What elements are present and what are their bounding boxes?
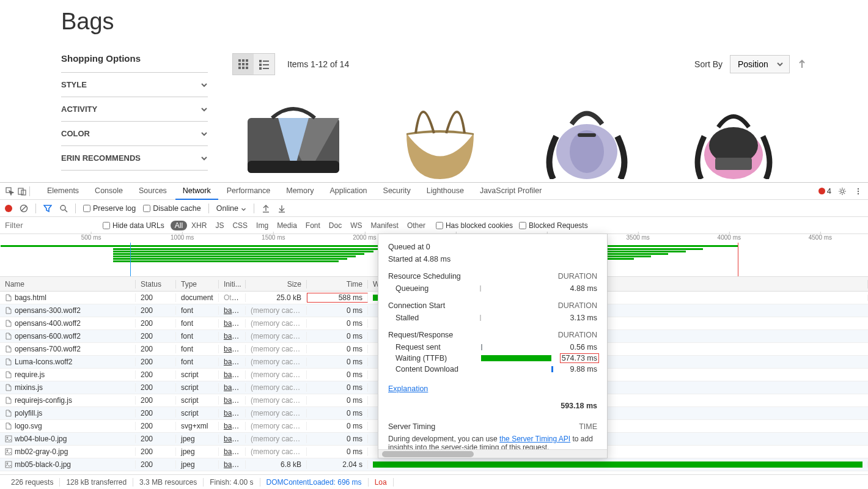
tab-sources[interactable]: Sources (131, 183, 174, 200)
product-item[interactable] (526, 94, 648, 179)
popup-scrollbar[interactable] (378, 449, 607, 458)
svg-rect-2 (246, 59, 248, 62)
tab-memory[interactable]: Memory (279, 183, 321, 200)
svg-line-32 (21, 206, 26, 211)
filter-input[interactable] (5, 221, 97, 230)
file-icon (5, 294, 12, 301)
filter-type-img[interactable]: Img (252, 220, 273, 231)
filter-erin-recommends[interactable]: ERIN RECOMMENDS (61, 145, 208, 171)
queued-at: Queued at 0 (388, 243, 597, 251)
disable-cache-checkbox[interactable]: Disable cache (143, 204, 201, 213)
file-icon (5, 345, 12, 353)
grid-view-button[interactable] (233, 54, 254, 75)
sort-direction-button[interactable] (797, 59, 807, 69)
more-icon[interactable] (853, 186, 863, 196)
hide-data-urls-checkbox[interactable]: Hide data URLs (103, 221, 164, 230)
svg-rect-14 (263, 68, 269, 69)
filter-type-doc[interactable]: Doc (325, 220, 346, 231)
product-grid (232, 94, 807, 179)
product-item[interactable] (672, 94, 795, 179)
chevron-down-icon (200, 81, 208, 89)
svg-point-30 (858, 193, 859, 194)
search-icon[interactable] (59, 204, 68, 213)
explanation-link[interactable]: Explanation (388, 384, 428, 393)
filter-style[interactable]: STYLE (61, 72, 208, 97)
tab-network[interactable]: Network (175, 183, 218, 200)
error-count[interactable]: 4 (818, 186, 831, 196)
filter-icon[interactable] (43, 204, 52, 213)
svg-point-44 (7, 463, 8, 464)
upload-har-icon[interactable] (262, 204, 270, 213)
tab-console[interactable]: Console (87, 183, 130, 200)
error-icon (818, 188, 825, 194)
image-icon (5, 461, 12, 468)
file-icon (5, 371, 12, 378)
tab-elements[interactable]: Elements (40, 183, 86, 200)
filter-type-media[interactable]: Media (273, 220, 301, 231)
has-blocked-cookies-checkbox[interactable]: Has blocked cookies (436, 221, 513, 230)
svg-rect-23 (715, 158, 752, 170)
filter-color[interactable]: COLOR (61, 121, 208, 145)
sort-select[interactable]: Position (730, 55, 790, 73)
filter-type-xhr[interactable]: XHR (187, 220, 211, 231)
filter-type-other[interactable]: Other (403, 220, 430, 231)
transferred-size: 128 kB transferred (60, 478, 133, 487)
product-item[interactable] (232, 94, 355, 179)
svg-line-34 (65, 210, 67, 212)
settings-icon[interactable] (837, 186, 847, 196)
blocked-requests-checkbox[interactable]: Blocked Requests (519, 221, 588, 230)
network-row[interactable]: mb05-black-0.jpg200jpegbags...6.8 kB2.04… (0, 458, 868, 471)
svg-rect-10 (263, 61, 269, 62)
throttling-select[interactable]: Online (216, 204, 246, 213)
view-mode-switcher (232, 53, 275, 75)
clear-button[interactable] (20, 204, 28, 213)
filter-type-manifest[interactable]: Manifest (367, 220, 403, 231)
preserve-log-checkbox[interactable]: Preserve log (83, 204, 136, 213)
server-timing-api-link[interactable]: the Server Timing API (499, 435, 570, 443)
svg-point-29 (858, 190, 859, 191)
filter-type-css[interactable]: CSS (228, 220, 252, 231)
load-time: Loa (369, 478, 394, 487)
svg-rect-13 (259, 67, 262, 70)
image-icon (5, 435, 12, 443)
filter-type-all[interactable]: All (171, 221, 187, 230)
record-button[interactable] (5, 205, 12, 212)
svg-rect-20 (578, 133, 596, 137)
device-toggle-icon[interactable] (17, 186, 27, 196)
timeline-tick: 3500 ms (627, 234, 650, 241)
request-count: 226 requests (5, 478, 60, 487)
file-icon (5, 358, 12, 366)
svg-rect-7 (242, 67, 245, 69)
filter-type-ws[interactable]: WS (346, 220, 366, 231)
file-icon (5, 320, 12, 327)
file-icon (5, 410, 12, 417)
file-icon (5, 307, 12, 314)
timeline-tick: 4500 ms (809, 234, 832, 241)
list-view-button[interactable] (254, 54, 274, 75)
tab-performance[interactable]: Performance (219, 183, 278, 200)
timeline-tick: 1500 ms (262, 234, 285, 241)
timeline-tick: 500 ms (81, 234, 101, 241)
download-har-icon[interactable] (278, 204, 286, 213)
chevron-down-icon (200, 155, 208, 162)
filter-type-font[interactable]: Font (301, 220, 325, 231)
filter-type-js[interactable]: JS (211, 220, 228, 231)
svg-rect-41 (6, 449, 12, 455)
tab-security[interactable]: Security (376, 183, 418, 200)
svg-rect-9 (259, 60, 262, 62)
inspect-icon[interactable] (5, 186, 15, 196)
tab-javascript-profiler[interactable]: JavaScript Profiler (473, 183, 549, 200)
svg-rect-4 (242, 63, 245, 65)
filter-activity[interactable]: ACTIVITY (61, 97, 208, 121)
tab-application[interactable]: Application (322, 183, 374, 200)
svg-rect-25 (18, 188, 23, 194)
product-item[interactable] (379, 94, 501, 179)
items-count: Items 1-12 of 14 (287, 59, 349, 69)
chevron-down-icon (200, 106, 208, 113)
timeline-tick: 4000 ms (718, 234, 741, 241)
filter-sidebar: Shopping Options STYLEACTIVITYCOLORERIN … (61, 53, 208, 179)
tab-lighthouse[interactable]: Lighthouse (419, 183, 471, 200)
domcontentloaded-time: DOMContentLoaded: 696 ms (260, 478, 369, 487)
chevron-down-icon (200, 130, 208, 138)
svg-rect-1 (242, 59, 245, 62)
